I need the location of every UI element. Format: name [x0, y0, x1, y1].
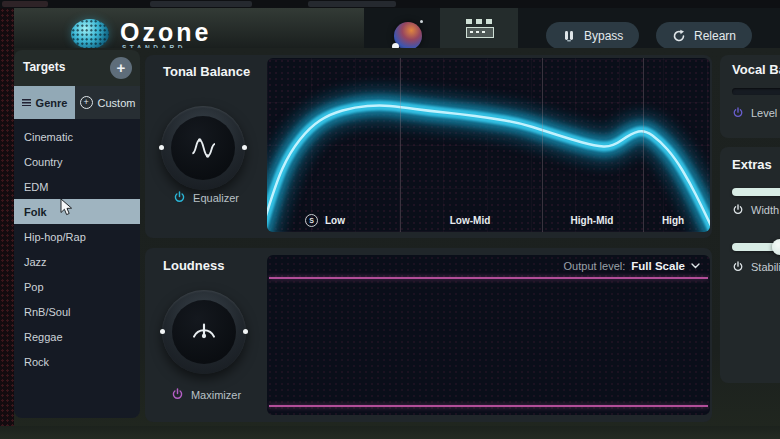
sidebar-item-pop[interactable]: Pop: [14, 274, 140, 299]
genre-label: Folk: [24, 206, 47, 218]
tab-genre-label: Genre: [36, 97, 68, 109]
bypass-icon: [562, 29, 576, 43]
equalizer-module-row[interactable]: Equalizer: [145, 191, 267, 204]
chevron-down-icon: [691, 263, 700, 269]
loudness-threshold-line[interactable]: [269, 277, 708, 279]
region-label-low: Low: [325, 215, 345, 226]
maximizer-module-row[interactable]: Maximizer: [145, 388, 267, 401]
relearn-label: Relearn: [694, 29, 736, 43]
plugin-body: Targets + Genre + Custom CinematicCountr…: [14, 48, 780, 426]
title-bar: Ozone STANDARD Bypass R: [14, 8, 780, 48]
vocal-balance-title: Vocal Balance: [732, 62, 780, 77]
loudness-panel: Loudness Maximizer O: [145, 248, 712, 422]
knob-min-dot: [160, 329, 165, 334]
region-divider: [400, 58, 401, 232]
loudness-title: Loudness: [163, 258, 224, 273]
width-slider[interactable]: [732, 188, 780, 196]
sidebar-item-cinematic[interactable]: Cinematic: [14, 124, 140, 149]
targets-sidebar: Targets + Genre + Custom CinematicCountr…: [14, 50, 140, 418]
equalizer-knob[interactable]: [161, 106, 245, 190]
targets-title: Targets: [23, 60, 65, 74]
module-chain-section: [440, 8, 518, 48]
stabilizer-slider-thumb[interactable]: [772, 239, 780, 255]
tab-custom[interactable]: + Custom: [75, 86, 140, 119]
output-level-label: Output level:: [564, 260, 626, 272]
tonal-balance-display: S Low Low-Mid High-Mid High: [267, 58, 710, 232]
mouse-cursor: [60, 198, 74, 216]
region-divider: [542, 58, 543, 232]
tab-genre[interactable]: Genre: [14, 86, 75, 119]
loudness-floor-line[interactable]: [269, 405, 708, 407]
relearn-icon: [672, 29, 686, 43]
bypass-button[interactable]: Bypass: [546, 22, 639, 49]
tonal-balance-title: Tonal Balance: [163, 64, 250, 79]
power-icon: [171, 388, 184, 401]
ozone-app-window: Ozone STANDARD Bypass R: [0, 0, 780, 439]
sidebar-item-reggae[interactable]: Reggae: [14, 324, 140, 349]
add-target-button[interactable]: +: [110, 57, 132, 79]
app-name: Ozone: [120, 20, 211, 45]
eq-curve-icon: [187, 132, 219, 164]
knob-max-dot: [243, 329, 248, 334]
power-icon: [732, 261, 744, 273]
sidebar-item-jazz[interactable]: Jazz: [14, 249, 140, 274]
gauge-icon: [188, 316, 220, 348]
solo-badge[interactable]: S: [305, 214, 318, 227]
ozone-logo-icon: [71, 19, 109, 49]
sidebar-item-hip-hop-rap[interactable]: Hip-hop/Rap: [14, 224, 140, 249]
sidebar-item-edm[interactable]: EDM: [14, 174, 140, 199]
sidebar-item-folk[interactable]: Folk: [14, 199, 140, 224]
level-row[interactable]: Level: [732, 107, 777, 119]
relearn-button[interactable]: Relearn: [656, 22, 752, 49]
tab-custom-label: Custom: [98, 97, 136, 109]
window-bottom-edge: [0, 426, 780, 439]
level-slider[interactable]: [732, 88, 780, 95]
genre-list: CinematicCountryEDMFolkHip-hop/RapJazzPo…: [14, 119, 140, 418]
power-icon: [732, 107, 744, 119]
stabilizer-slider[interactable]: [732, 243, 780, 251]
genre-label: Rock: [24, 356, 49, 368]
power-icon: [173, 191, 186, 204]
logo-bar: Ozone STANDARD: [14, 8, 364, 48]
bypass-label: Bypass: [584, 29, 623, 43]
genre-label: Hip-hop/Rap: [24, 231, 86, 243]
genre-label: Reggae: [24, 331, 63, 343]
extras-title: Extras: [732, 157, 772, 172]
background-tab: [308, 1, 396, 7]
loudness-display: Output level: Full Scale: [267, 255, 710, 415]
maximizer-knob[interactable]: [162, 290, 246, 374]
knob-min-dot: [159, 145, 164, 150]
stabilizer-label: Stabilizer: [751, 261, 780, 273]
module-chain-icon[interactable]: [466, 19, 494, 37]
background-tab: [2, 1, 48, 7]
genre-label: EDM: [24, 181, 48, 193]
desktop-edge-texture: [0, 8, 14, 439]
width-label: Width M: [751, 204, 780, 216]
vocal-balance-panel: Vocal Balance Level: [720, 55, 780, 138]
plus-circle-icon: +: [80, 96, 93, 109]
sphere-spark: [420, 20, 423, 23]
genre-label: RnB/Soul: [24, 306, 70, 318]
output-level-value: Full Scale: [631, 260, 685, 272]
output-level-dropdown[interactable]: Output level: Full Scale: [564, 260, 700, 272]
sidebar-item-rock[interactable]: Rock: [14, 349, 140, 374]
region-label-high-mid: High-Mid: [571, 215, 614, 226]
sidebar-item-rnb-soul[interactable]: RnB/Soul: [14, 299, 140, 324]
list-icon: [22, 99, 31, 106]
tonal-balance-panel: Tonal Balance Equalizer: [145, 55, 712, 238]
width-row[interactable]: Width M: [732, 204, 780, 216]
equalizer-label: Equalizer: [193, 192, 239, 204]
sidebar-item-country[interactable]: Country: [14, 149, 140, 174]
region-label-high: High: [662, 215, 684, 226]
target-tabs: Genre + Custom: [14, 86, 140, 119]
assistant-sphere-icon[interactable]: [394, 22, 422, 50]
stabilizer-row[interactable]: Stabilizer: [732, 261, 780, 273]
genre-label: Cinematic: [24, 131, 73, 143]
extras-panel: Extras Width M Stabilizer: [720, 147, 780, 383]
power-icon: [732, 204, 744, 216]
genre-label: Country: [24, 156, 63, 168]
genre-label: Jazz: [24, 256, 47, 268]
background-tab: [150, 1, 252, 7]
background-window-strip: [0, 0, 780, 8]
knob-max-dot: [242, 145, 247, 150]
